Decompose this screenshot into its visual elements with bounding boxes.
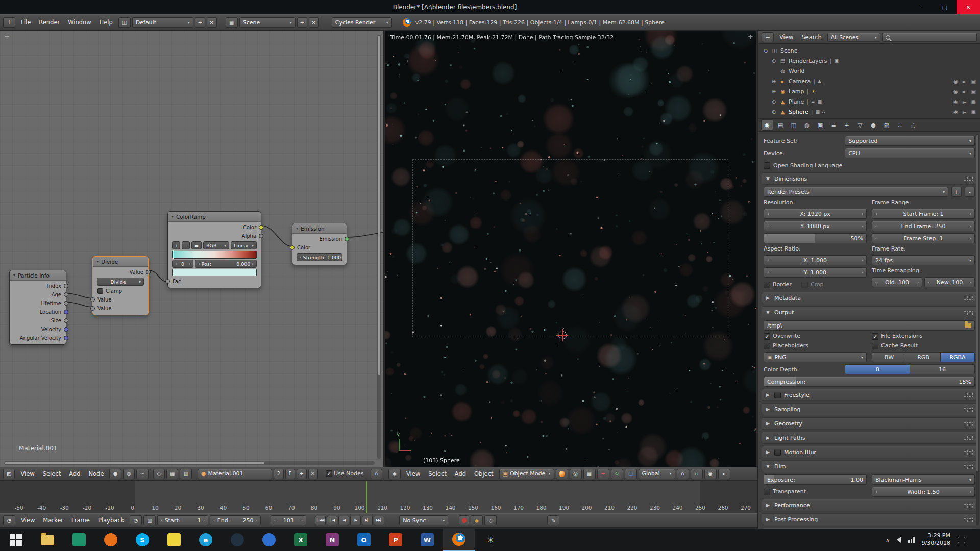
- node-math-divide[interactable]: ▾Divide Value Divide▾ Clamp Value Value: [92, 256, 149, 315]
- snap-magnet-icon[interactable]: ∩: [677, 469, 689, 479]
- compression-slider[interactable]: Compression:15%: [764, 377, 975, 387]
- menu-item[interactable]: File: [17, 17, 35, 28]
- outliner-row-plane[interactable]: ⊕▲Plane|≡▦◉►▣: [758, 96, 980, 107]
- menu-item[interactable]: Select: [39, 469, 65, 479]
- outliner-row-lamp[interactable]: ⊕◉Lamp|☀◉►▣: [758, 86, 980, 96]
- word-icon[interactable]: W: [411, 529, 443, 551]
- add-layout-button[interactable]: +: [195, 17, 205, 28]
- next-keyframe-button[interactable]: ▶▏: [362, 516, 373, 525]
- renderability-camera-icon[interactable]: ▣: [971, 109, 976, 115]
- delete-stop-button[interactable]: -: [182, 241, 190, 249]
- manipulator-rotate-icon[interactable]: ↻: [611, 469, 623, 479]
- outliner-search-field[interactable]: [882, 33, 977, 42]
- clock[interactable]: 3:29 PM 9/30/2018: [922, 532, 950, 547]
- node-header[interactable]: ▾Particle Info: [10, 270, 66, 281]
- visibility-eye-icon[interactable]: ◉: [953, 99, 958, 105]
- color-mode-dropdown[interactable]: RGB▾: [203, 241, 229, 249]
- panel-performance[interactable]: ▶Performance: [762, 499, 977, 511]
- panel-output[interactable]: ▼Output: [762, 306, 977, 318]
- render-presets-dropdown[interactable]: Render Presets▾: [764, 187, 948, 197]
- shader-type-world-icon[interactable]: ◍: [123, 469, 135, 479]
- new-material-button[interactable]: +: [297, 469, 307, 479]
- visibility-eye-icon[interactable]: ◉: [953, 109, 958, 115]
- tab-physics[interactable]: ◌: [907, 119, 919, 131]
- expand-icon[interactable]: ⊕: [771, 89, 777, 94]
- render-viewport[interactable]: Time:00:01.76 | Mem:21.70M, Peak:21.72M …: [385, 31, 756, 467]
- renderability-camera-icon[interactable]: ▣: [971, 89, 976, 94]
- end-frame-field[interactable]: ‹End Frame: 250›: [872, 221, 975, 231]
- snap-element-icon[interactable]: ▫: [691, 469, 703, 479]
- app-icon-blue[interactable]: [253, 529, 285, 551]
- tab-scene[interactable]: ◫: [788, 119, 800, 131]
- node-colorramp[interactable]: ▾ColorRamp Color Alpha + - ◂▸ RGB▾ Linea…: [167, 211, 261, 288]
- menu-item[interactable]: Node: [84, 469, 108, 479]
- outliner-row-camera[interactable]: ⊕►Camera|▲◉►▣: [758, 76, 980, 86]
- menu-item[interactable]: Playback: [94, 515, 128, 525]
- previous-keyframe-button[interactable]: ▏◀: [327, 516, 337, 525]
- value-input-socket[interactable]: [90, 306, 95, 311]
- tab-particles[interactable]: ∴: [894, 119, 906, 131]
- frame-rate-dropdown[interactable]: 24 fps▾: [872, 255, 975, 265]
- snap-magnet-icon[interactable]: ∩: [371, 469, 382, 479]
- insert-key-icon[interactable]: ◇: [484, 515, 497, 525]
- menu-item[interactable]: Select: [424, 469, 450, 479]
- screen-layout-dropdown[interactable]: Default▾: [132, 17, 193, 28]
- volume-icon[interactable]: [897, 537, 901, 543]
- expand-icon[interactable]: ⊕: [771, 79, 777, 84]
- current-frame-line[interactable]: [366, 481, 368, 513]
- add-preset-button[interactable]: +: [951, 187, 962, 197]
- angular-velocity-output-socket[interactable]: [64, 336, 68, 340]
- exposure-slider[interactable]: Exposure:1.00: [764, 474, 867, 485]
- node-header[interactable]: ▾Emission: [292, 223, 347, 234]
- editor-type-3dview-icon[interactable]: ◆: [388, 469, 401, 479]
- aspect-y-field[interactable]: ‹Y: 1.000›: [764, 267, 867, 278]
- sticky-notes-icon[interactable]: [158, 529, 190, 551]
- menu-item[interactable]: Render: [35, 17, 64, 28]
- file-format-dropdown[interactable]: ▣PNG▾: [764, 352, 867, 362]
- panel-post-processing[interactable]: ▶Post Processing: [762, 513, 977, 525]
- remap-old-field[interactable]: ‹Old: 100›: [872, 277, 922, 287]
- photos-icon[interactable]: [63, 529, 95, 551]
- crop-checkbox[interactable]: [801, 282, 808, 288]
- outliner-row-scene[interactable]: ⊖◫Scene: [758, 45, 980, 56]
- editor-type-node-icon[interactable]: ◩: [3, 469, 15, 479]
- panel-metadata[interactable]: ▶Metadata: [762, 292, 977, 304]
- sync-mode-dropdown[interactable]: No Sync▾: [399, 515, 448, 525]
- add-scene-button[interactable]: +: [297, 17, 307, 28]
- outliner-row-renderlayers[interactable]: ⊕▤RenderLayers|▣: [758, 56, 980, 66]
- renderability-camera-icon[interactable]: ▣: [971, 79, 976, 84]
- shader-type-linestyle-icon[interactable]: ~: [136, 469, 148, 479]
- aspect-x-field[interactable]: ‹X: 1.000›: [764, 255, 867, 265]
- value-input-socket[interactable]: [90, 297, 95, 302]
- tab-object[interactable]: ▣: [814, 119, 826, 131]
- close-button[interactable]: ✕: [957, 0, 980, 14]
- interpolation-dropdown[interactable]: Linear▾: [231, 241, 257, 249]
- material-users-button[interactable]: 2: [274, 469, 284, 479]
- region-expand-icon[interactable]: +: [4, 33, 10, 40]
- tab-world[interactable]: ◍: [801, 119, 813, 131]
- menu-item[interactable]: Object: [470, 469, 497, 479]
- keying-set-icon[interactable]: ◆: [471, 515, 483, 525]
- osl-checkbox[interactable]: [764, 162, 770, 169]
- flip-ramp-button[interactable]: ◂▸: [191, 241, 202, 249]
- active-stop-color-swatch[interactable]: [172, 269, 257, 276]
- tab-object-data[interactable]: ▽: [854, 119, 866, 131]
- opengl-render-anim-icon[interactable]: ▸: [718, 469, 730, 479]
- folder-icon[interactable]: [965, 323, 971, 328]
- scene-dropdown[interactable]: Scene▾: [239, 17, 296, 28]
- node-particle-info[interactable]: ▾Particle Info IndexAgeLifetimeLocationS…: [9, 270, 66, 345]
- start-frame-field[interactable]: ‹Start:1›: [157, 515, 208, 525]
- motion-blur-checkbox[interactable]: [774, 449, 781, 456]
- strength-field[interactable]: ‹Strength:1.000›: [297, 253, 342, 261]
- color-output-socket[interactable]: [259, 225, 263, 230]
- editor-type-outliner-icon[interactable]: ☰: [762, 32, 774, 42]
- border-checkbox[interactable]: [764, 282, 770, 288]
- tree-type-texture-icon[interactable]: ▨: [180, 469, 191, 479]
- outliner-row-world[interactable]: ◍World: [758, 66, 980, 76]
- visibility-eye-icon[interactable]: ◉: [953, 79, 958, 84]
- remap-new-field[interactable]: ‹New: 100›: [924, 277, 975, 287]
- clamp-checkbox[interactable]: [97, 288, 103, 294]
- play-button[interactable]: ▶: [350, 516, 361, 525]
- fake-user-button[interactable]: F: [285, 469, 296, 479]
- resolution-x-field[interactable]: ‹X: 1920 px›: [764, 209, 867, 219]
